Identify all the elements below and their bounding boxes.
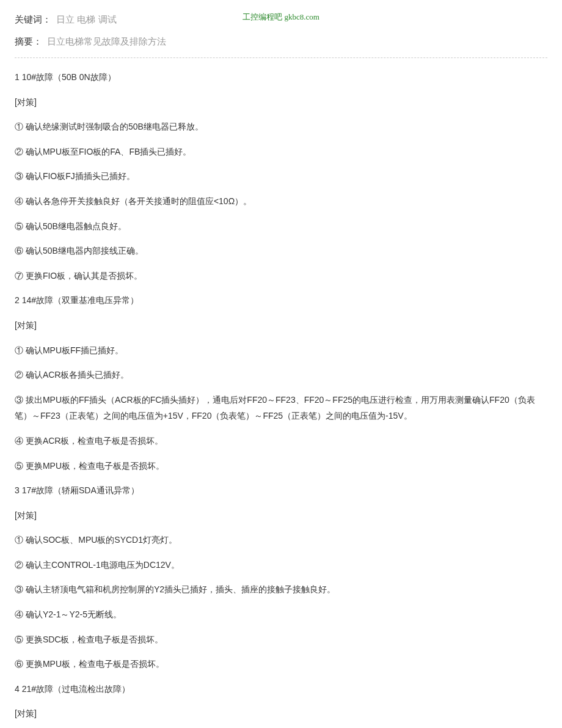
watermark-text: 工控编程吧 gkbc8.com (243, 11, 319, 24)
content-line: ⑤ 更换MPU板，检查电子板是否损坏。 (15, 458, 547, 474)
content-line: ③ 拔出MPU板的FF插头（ACR板的FC插头插好），通电后对FF20～FF23… (15, 392, 547, 424)
content-line: ④ 确认Y2-1～Y2-5无断线。 (15, 606, 547, 623)
content-line: ② 确认MPU板至FIO板的FA、FB插头已插好。 (15, 144, 547, 160)
keywords-label: 关键词： (15, 14, 51, 24)
content-line: [对策] (15, 94, 547, 111)
content-line: [对策] (15, 507, 547, 524)
content-line: ⑤ 确认50B继电器触点良好。 (15, 218, 547, 235)
keywords-value: 日立 电梯 调试 (56, 14, 116, 24)
content-line: ③ 确认FIO板FJ插插头已插好。 (15, 168, 547, 185)
content-line: ① 确认绝缘测试时强制吸合的50B继电器已释放。 (15, 119, 547, 135)
content-line: 2 14#故障（双重基准电压异常） (15, 292, 547, 309)
abstract-value: 日立电梯常见故障及排除方法 (47, 36, 166, 46)
content-line: [对策] (15, 705, 547, 722)
content-line: ② 确认主CONTROL-1电源电压为DC12V。 (15, 557, 547, 573)
document-content: 1 10#故障（50B 0N故障）[对策]① 确认绝缘测试时强制吸合的50B继电… (15, 69, 547, 728)
content-line: 1 10#故障（50B 0N故障） (15, 69, 547, 86)
content-line: ⑤ 更换SDC板，检查电子板是否损坏。 (15, 631, 547, 648)
content-line: ④ 确认各急停开关接触良好（各开关接通时的阻值应<10Ω）。 (15, 193, 547, 210)
content-line: ⑦ 更换FIO板，确认其是否损坏。 (15, 268, 547, 284)
content-line: ① 确认SOC板、MPU板的SYCD1灯亮灯。 (15, 532, 547, 548)
content-line: ① 确认MPU板FF插已插好。 (15, 342, 547, 359)
content-line: [对策] (15, 317, 547, 334)
content-line: ⑥ 确认50B继电器内部接线正确。 (15, 243, 547, 259)
abstract-row: 摘要： 日立电梯常见故障及排除方法 (15, 34, 547, 49)
content-line: ④ 更换ACR板，检查电子板是否损坏。 (15, 433, 547, 449)
content-line: 4 21#故障（过电流检出故障） (15, 681, 547, 697)
content-line: ② 确认ACR板各插头已插好。 (15, 367, 547, 383)
section-divider (15, 57, 547, 58)
content-line: ⑥ 更换MPU板，检查电子板是否损坏。 (15, 656, 547, 672)
content-line: ③ 确认主轿顶电气箱和机房控制屏的Y2插头已插好，插头、插座的接触子接触良好。 (15, 581, 547, 598)
content-line: 3 17#故障（轿厢SDA通讯异常） (15, 482, 547, 499)
abstract-label: 摘要： (15, 36, 42, 46)
